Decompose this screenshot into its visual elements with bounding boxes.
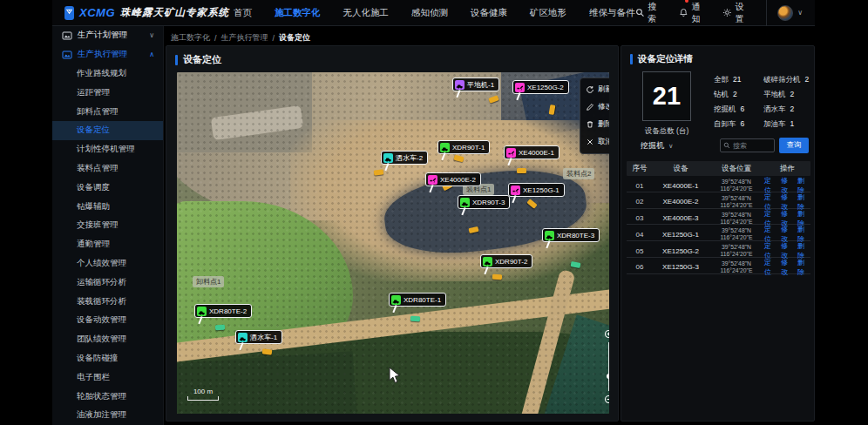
- search-button[interactable]: 搜索: [635, 1, 665, 25]
- zoom-in-button[interactable]: [604, 328, 610, 340]
- sidebar-item[interactable]: 装载循环分析: [52, 292, 163, 311]
- map-marker[interactable]: XDR80TE-2: [194, 304, 252, 318]
- app-window: XCMG 珠峰露天矿山专家系统 首页 施工数字化 无人化施工 感知侦测 设备健康…: [52, 0, 815, 425]
- map-marker[interactable]: XE4000E-2: [425, 172, 481, 186]
- search-icon: [635, 8, 645, 17]
- vehicle-sprite: [374, 169, 384, 175]
- sidebar-item[interactable]: 生产计划管理 ∨: [52, 26, 163, 45]
- sidebar-item[interactable]: 卸料点管理: [52, 102, 163, 121]
- cancel-button[interactable]: 取消: [580, 134, 609, 151]
- breadcrumb-item[interactable]: 生产执行管理: [221, 32, 268, 44]
- sidebar-item[interactable]: 运输循环分析: [52, 273, 163, 292]
- zoom-slider-thumb[interactable]: [607, 374, 609, 379]
- sidebar-item[interactable]: 设备动效管理: [52, 311, 163, 330]
- panel-title: 设备定位: [175, 53, 221, 66]
- map-marker[interactable]: XE4000E-1: [504, 145, 559, 159]
- map-zoom-control: [602, 328, 609, 412]
- stat-item: 自卸车6: [714, 119, 763, 130]
- chevron-down-icon: ∨: [797, 9, 803, 17]
- nav-item[interactable]: 施工数字化: [275, 7, 321, 19]
- marker-label: 洒水车-1: [250, 333, 277, 342]
- nav-item[interactable]: 设备健康: [471, 7, 507, 19]
- satellite-map[interactable]: 卸料点1 装料点2 装料点1 平地机-1: [177, 72, 609, 414]
- breadcrumb-item[interactable]: 施工数字化: [171, 32, 210, 44]
- marker-label: XE4000E-1: [519, 149, 554, 157]
- vehicle-icon: [506, 148, 516, 158]
- vehicle-icon: [515, 83, 525, 92]
- sidebar-item[interactable]: 团队绩效管理: [52, 330, 163, 349]
- delete-button[interactable]: 删除: [580, 117, 609, 133]
- delete-link[interactable]: 删除: [797, 258, 810, 277]
- map-marker[interactable]: XDR80TE-1: [389, 293, 446, 307]
- sidebar-item[interactable]: 设备防碰撞: [52, 349, 163, 368]
- stat-item: 加油车1: [763, 119, 813, 130]
- refresh-icon: [586, 85, 594, 94]
- sidebar-item[interactable]: 设备定位: [52, 121, 163, 140]
- zoom-slider-track[interactable]: [608, 342, 609, 391]
- stat-item: 钻机2: [714, 90, 763, 100]
- notification-button[interactable]: 通知: [679, 1, 709, 25]
- locate-link[interactable]: 定位: [764, 258, 777, 277]
- gear-icon: [722, 8, 732, 17]
- search-input[interactable]: [733, 142, 771, 150]
- breadcrumb: 施工数字化/ 生产执行管理/ 设备定位: [171, 32, 310, 44]
- modify-button[interactable]: 修改: [580, 99, 609, 116]
- sidebar-item[interactable]: 电子围栏: [52, 368, 163, 387]
- map-marker[interactable]: XDR90T-1: [437, 140, 490, 154]
- marker-label: XE1250G-1: [523, 186, 559, 194]
- total-count: 21: [642, 71, 691, 121]
- chevron-icon: ∧: [149, 51, 154, 58]
- notification-badge: [685, 0, 688, 3]
- sidebar-item[interactable]: 生产执行管理 ∧: [52, 45, 163, 64]
- map-marker[interactable]: 洒水车-1: [235, 330, 282, 344]
- sidebar-item[interactable]: 油液加注管理: [52, 406, 163, 425]
- sidebar-item[interactable]: 运距管理: [52, 83, 163, 102]
- nav-item[interactable]: 无人化施工: [343, 7, 390, 19]
- vehicle-icon: [197, 307, 207, 316]
- stat-item: 洒水车2: [763, 105, 813, 115]
- zoom-out-button[interactable]: [604, 394, 610, 405]
- sidebar-item[interactable]: 通勤管理: [52, 235, 163, 254]
- map-marker[interactable]: XE1250G-2: [512, 80, 569, 94]
- map-marker[interactable]: XE1250G-1: [508, 183, 565, 197]
- bell-icon: [679, 8, 688, 17]
- refresh-button[interactable]: 刷新: [580, 82, 609, 98]
- scale-bar-line: [187, 396, 219, 401]
- nav-item[interactable]: 维保与备件: [589, 7, 635, 19]
- sidebar-item[interactable]: 装料点管理: [52, 159, 163, 179]
- vehicle-icon: [391, 295, 401, 305]
- map-marker[interactable]: 平地机-1: [452, 78, 499, 91]
- sidebar-item[interactable]: 设备调度: [52, 178, 163, 197]
- map-marker[interactable]: 洒水车-2: [381, 151, 428, 165]
- table-row: 03 XE4000E-3 39°52'48"N 116°24'20"E 定位 修…: [627, 209, 810, 226]
- sidebar-item[interactable]: 轮胎状态管理: [52, 387, 163, 406]
- modify-link[interactable]: 修改: [781, 258, 794, 277]
- chevron-down-icon: ∨: [668, 142, 674, 150]
- marker-label: XDR90T-1: [452, 144, 485, 152]
- vehicle-icon: [455, 80, 465, 90]
- sidebar-item[interactable]: 计划性停机管理: [52, 140, 163, 159]
- map-texture: [177, 72, 609, 414]
- main-nav: 首页 施工数字化 无人化施工 感知侦测 设备健康 矿区地形 维保与备件: [234, 7, 635, 19]
- map-marker[interactable]: XDR80TE-3: [542, 228, 600, 242]
- map-marker[interactable]: XDR90T-3: [458, 195, 510, 209]
- sidebar-item[interactable]: 个人绩效管理: [52, 254, 163, 273]
- title-accent-bar: [630, 54, 633, 64]
- settings-button[interactable]: 设置: [722, 1, 752, 25]
- vehicle-icon: [383, 153, 393, 163]
- sidebar-item[interactable]: 作业路线规划: [52, 64, 163, 84]
- user-menu[interactable]: ∨: [766, 0, 806, 26]
- sidebar-item[interactable]: 交接班管理: [52, 216, 163, 235]
- sidebar-item[interactable]: 钻爆辅助: [52, 197, 163, 216]
- nav-item[interactable]: 矿区地形: [530, 7, 566, 19]
- equipment-type-dropdown[interactable]: 挖掘机 ∨: [641, 140, 674, 152]
- vehicle-icon: [483, 257, 492, 266]
- map-marker[interactable]: XDR90T-2: [480, 254, 532, 268]
- app-title: 珠峰露天矿山专家系统: [120, 6, 229, 19]
- nav-item[interactable]: 首页: [234, 7, 252, 19]
- marker-label: XDR90T-3: [472, 199, 505, 206]
- marker-label: 洒水车-2: [396, 153, 423, 163]
- nav-item[interactable]: 感知侦测: [411, 7, 448, 19]
- mouse-cursor: [389, 367, 403, 384]
- query-button[interactable]: 查询: [779, 138, 809, 153]
